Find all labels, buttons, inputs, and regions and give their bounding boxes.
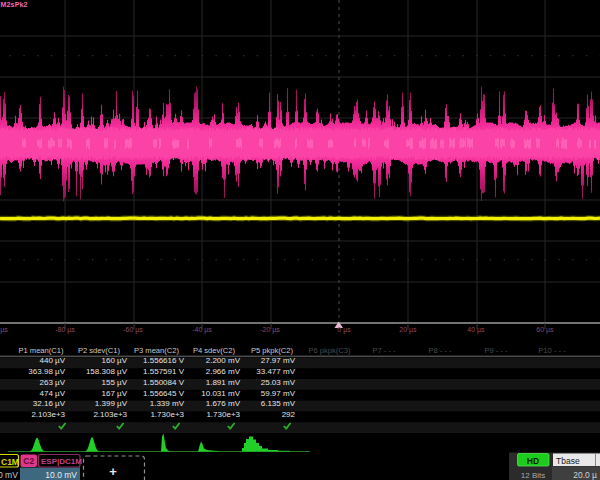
svg-text:1.339 mV: 1.339 mV — [150, 399, 185, 408]
svg-text:292: 292 — [282, 410, 296, 419]
svg-text:2.103e+3: 2.103e+3 — [31, 410, 65, 419]
svg-text:1.557591 V: 1.557591 V — [143, 367, 185, 376]
svg-text:6.135 mV: 6.135 mV — [261, 399, 296, 408]
svg-text:M2sPk2: M2sPk2 — [1, 1, 28, 8]
svg-text:25.03 mV: 25.03 mV — [261, 378, 296, 387]
svg-text:P9 - - -: P9 - - - — [484, 346, 508, 355]
svg-text:1.550084 V: 1.550084 V — [143, 378, 185, 387]
svg-text:C1M: C1M — [1, 457, 19, 467]
svg-text:440 µV: 440 µV — [39, 356, 65, 365]
svg-text:167 µV: 167 µV — [101, 389, 127, 398]
svg-text:P7 - - -: P7 - - - — [372, 346, 396, 355]
svg-text:P6 pkpk(C3): P6 pkpk(C3) — [308, 346, 351, 355]
svg-text:P8 - - -: P8 - - - — [428, 346, 452, 355]
svg-text:Tbase: Tbase — [556, 456, 580, 466]
svg-text:363.98 µV: 363.98 µV — [28, 367, 65, 376]
svg-text:-60 µs: -60 µs — [123, 326, 143, 334]
svg-text:P2 sdev(C1): P2 sdev(C1) — [78, 346, 121, 355]
svg-text:2.966 mV: 2.966 mV — [206, 367, 241, 376]
svg-text:HD: HD — [527, 456, 539, 466]
svg-text:40 µs: 40 µs — [467, 326, 485, 334]
svg-text:59.97 mV: 59.97 mV — [261, 389, 296, 398]
svg-text:20.0 µ: 20.0 µ — [573, 470, 597, 480]
svg-text:1.676 mV: 1.676 mV — [206, 399, 241, 408]
svg-text:ESP|DC1M: ESP|DC1M — [41, 457, 82, 466]
svg-text:2.200 mV: 2.200 mV — [206, 356, 241, 365]
svg-text:-20 µs: -20 µs — [260, 326, 280, 334]
svg-text:P1 mean(C1): P1 mean(C1) — [18, 346, 64, 355]
svg-text:+: + — [109, 464, 117, 479]
svg-text:1.730e+3: 1.730e+3 — [206, 410, 240, 419]
svg-text:P3 mean(C2): P3 mean(C2) — [134, 346, 180, 355]
svg-text:-100 µs: -100 µs — [0, 326, 8, 334]
svg-text:155 µV: 155 µV — [101, 378, 127, 387]
svg-text:60 µs: 60 µs — [536, 326, 554, 334]
svg-text:27.97 mV: 27.97 mV — [261, 356, 296, 365]
svg-text:474 µV: 474 µV — [39, 389, 65, 398]
svg-text:-80 µs: -80 µs — [55, 326, 75, 334]
svg-text:P5 pkpk(C2): P5 pkpk(C2) — [251, 346, 294, 355]
svg-text:10.031 mV: 10.031 mV — [201, 389, 240, 398]
svg-text:-40 µs: -40 µs — [192, 326, 212, 334]
svg-text:1.730e+3: 1.730e+3 — [150, 410, 184, 419]
svg-text:P10 - - -: P10 - - - — [538, 346, 566, 355]
svg-text:33.477 mV: 33.477 mV — [256, 367, 295, 376]
svg-text:C2: C2 — [23, 456, 34, 466]
svg-text:12 Bits: 12 Bits — [521, 471, 545, 480]
svg-text:0 mV: 0 mV — [0, 470, 18, 480]
svg-text:158.308 µV: 158.308 µV — [86, 367, 128, 376]
svg-text:1.556616 V: 1.556616 V — [143, 356, 185, 365]
svg-text:2.103e+3: 2.103e+3 — [93, 410, 127, 419]
svg-text:263 µV: 263 µV — [39, 378, 65, 387]
svg-text:1.399 µV: 1.399 µV — [95, 399, 128, 408]
svg-text:1.556645 V: 1.556645 V — [143, 389, 185, 398]
svg-text:10.0 mV: 10.0 mV — [45, 470, 77, 480]
svg-text:160 µV: 160 µV — [101, 356, 127, 365]
svg-text:1.891 mV: 1.891 mV — [206, 378, 241, 387]
svg-text:32.16 µV: 32.16 µV — [33, 399, 66, 408]
svg-text:20 µs: 20 µs — [399, 326, 417, 334]
svg-text:P4 sdev(C2): P4 sdev(C2) — [193, 346, 236, 355]
svg-text:0 µs: 0 µs — [337, 326, 351, 334]
